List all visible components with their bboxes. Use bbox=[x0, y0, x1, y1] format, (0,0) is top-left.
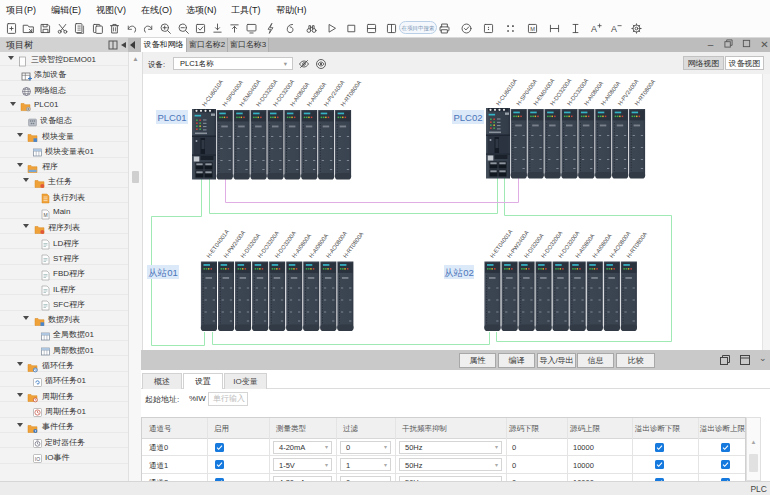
svg-text:从站02: 从站02 bbox=[444, 267, 474, 278]
svg-text:PLC01: PLC01 bbox=[157, 112, 186, 123]
svg-text:M: M bbox=[530, 26, 535, 32]
svg-text:PLC02: PLC02 bbox=[453, 112, 482, 123]
svg-text:A: A bbox=[610, 24, 616, 34]
svg-text:A: A bbox=[590, 24, 596, 34]
svg-text:从站01: 从站01 bbox=[148, 267, 178, 278]
svg-text:IO: IO bbox=[35, 456, 40, 462]
svg-text:M: M bbox=[43, 212, 47, 218]
